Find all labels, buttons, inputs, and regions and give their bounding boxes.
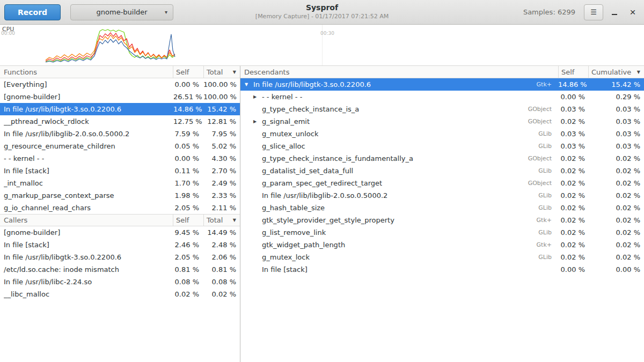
function-name: In file [stack]: [4, 167, 49, 175]
table-row[interactable]: ▶ - - kernel - - 0.00 % 0.29 %: [240, 91, 644, 103]
self-percent: 0.03 %: [558, 130, 588, 138]
table-row[interactable]: ▼ In file /usr/lib/libgtk-3.so.0.2200.6 …: [240, 78, 644, 91]
self-percent: 0.02 %: [558, 216, 588, 224]
table-row[interactable]: In file /usr/lib/libgtk-3.so.0.2200.6 14…: [0, 103, 240, 115]
total-column-header[interactable]: Total ▼: [203, 215, 240, 226]
table-row[interactable]: gtk_widget_path_length Gtk+ 0.02 % 0.02 …: [240, 239, 644, 251]
total-percent: 2.33 %: [203, 191, 240, 200]
table-row[interactable]: __pthread_rwlock_rdlock 12.75 % 12.81 %: [0, 115, 240, 128]
function-name: g_io_channel_read_chars: [4, 204, 91, 212]
functions-column-header[interactable]: Functions: [0, 68, 173, 76]
table-row[interactable]: In file /usr/lib/libgtk-3.so.0.2200.6 2.…: [0, 251, 240, 263]
library-badge: GObject: [528, 155, 558, 162]
sort-indicator-icon: ▼: [233, 70, 236, 75]
table-row[interactable]: g_hash_table_size GLib 0.02 % 0.02 %: [240, 202, 644, 214]
table-row[interactable]: g_datalist_id_set_data_full GLib 0.02 % …: [240, 165, 644, 177]
function-name: g_resource_enumerate_children: [4, 142, 115, 150]
table-row[interactable]: g_param_spec_get_redirect_target GObject…: [240, 177, 644, 189]
table-row[interactable]: g_type_check_instance_is_a GObject 0.03 …: [240, 103, 644, 115]
total-percent: 5.02 %: [203, 142, 240, 150]
self-percent: 0.02 %: [558, 117, 588, 125]
table-row[interactable]: __libc_malloc 0.02 % 0.02 %: [0, 288, 240, 300]
hamburger-icon: ☰: [590, 8, 597, 16]
table-row[interactable]: g_mutex_lock GLib 0.02 % 0.02 %: [240, 251, 644, 263]
expander-icon[interactable]: ▶: [253, 94, 262, 99]
self-percent: 0.03 %: [558, 142, 588, 150]
callers-table-body: [gnome-builder] 9.45 % 14.49 % In file […: [0, 226, 240, 300]
cumulative-column-header[interactable]: Cumulative ▼: [588, 66, 644, 78]
record-button[interactable]: Record: [4, 4, 61, 20]
minimize-button[interactable]: [608, 5, 621, 19]
process-selector-value: gnome-builder: [97, 8, 148, 16]
function-name: _int_malloc: [4, 179, 43, 187]
callers-column-header[interactable]: Callers: [0, 216, 173, 224]
process-selector-dropdown[interactable]: gnome-builder ▾: [70, 4, 173, 20]
cpu-graph[interactable]: CPU 00:00 00:30: [0, 25, 644, 66]
library-badge: GLib: [538, 204, 558, 211]
cumulative-percent: 0.02 %: [588, 253, 644, 261]
table-row[interactable]: g_type_check_instance_is_fundamentally_a…: [240, 152, 644, 165]
self-percent: 0.02 %: [558, 191, 588, 200]
samples-count: Samples: 6299: [523, 8, 575, 16]
self-column-header[interactable]: Self: [558, 66, 588, 78]
table-row[interactable]: In file /usr/lib/libglib-2.0.so.0.5000.2…: [240, 189, 644, 202]
table-row[interactable]: g_list_remove_link GLib 0.02 % 0.02 %: [240, 226, 644, 239]
table-row[interactable]: g_slice_alloc GLib 0.03 % 0.03 %: [240, 140, 644, 152]
table-row[interactable]: [gnome-builder] 26.51 % 100.00 %: [0, 91, 240, 103]
self-percent: 0.05 %: [173, 142, 203, 150]
self-percent: 0.02 %: [558, 241, 588, 249]
function-name: g_hash_table_size: [262, 204, 325, 212]
self-column-header[interactable]: Self: [173, 215, 203, 226]
self-column-header[interactable]: Self: [173, 66, 203, 78]
cumulative-percent: 0.02 %: [588, 216, 644, 224]
menu-button[interactable]: ☰: [584, 4, 603, 20]
table-row[interactable]: _int_malloc 1.70 % 2.49 %: [0, 177, 240, 189]
function-name: g_type_check_instance_is_a: [262, 105, 359, 113]
functions-table-header: Functions Self Total ▼: [0, 66, 240, 78]
table-row[interactable]: In file [stack] 2.46 % 2.48 %: [0, 239, 240, 251]
library-badge: GObject: [528, 180, 558, 187]
self-percent: 0.02 %: [558, 154, 588, 162]
function-name: - - kernel - -: [4, 154, 44, 162]
library-badge: GLib: [538, 254, 558, 261]
table-row[interactable]: In file /usr/lib/libglib-2.0.so.0.5000.2…: [0, 128, 240, 140]
descendants-column-header[interactable]: Descendants: [240, 68, 558, 76]
total-column-header[interactable]: Total ▼: [203, 66, 240, 78]
table-row[interactable]: - - kernel - - 0.00 % 4.30 %: [0, 152, 240, 165]
self-percent: 2.46 %: [173, 241, 203, 249]
table-row[interactable]: [gnome-builder] 9.45 % 14.49 %: [0, 226, 240, 239]
table-row[interactable]: [Everything] 0.00 % 100.00 %: [0, 78, 240, 91]
cumulative-percent: 15.42 %: [588, 80, 644, 88]
table-row[interactable]: g_resource_enumerate_children 0.05 % 5.0…: [0, 140, 240, 152]
main-area: Functions Self Total ▼ [Everything] 0.00…: [0, 66, 644, 362]
function-name: In file /usr/lib/libc-2.24.so: [4, 278, 92, 286]
table-row[interactable]: gtk_style_provider_get_style_property Gt…: [240, 214, 644, 226]
expander-icon[interactable]: ▼: [245, 82, 253, 87]
self-percent: 0.00 %: [173, 154, 203, 162]
function-name: [Everything]: [4, 80, 47, 88]
right-pane: Descendants Self Cumulative ▼ ▼ In file …: [240, 66, 644, 362]
function-name: g_list_remove_link: [262, 228, 326, 237]
expander-icon[interactable]: ▶: [253, 119, 262, 124]
table-row[interactable]: In file [stack] 0.11 % 2.70 %: [0, 165, 240, 177]
table-row[interactable]: g_markup_parse_context_parse 1.98 % 2.33…: [0, 189, 240, 202]
table-row[interactable]: g_io_channel_read_chars 2.05 % 2.11 %: [0, 202, 240, 214]
table-row[interactable]: g_mutex_unlock GLib 0.03 % 0.03 %: [240, 128, 644, 140]
self-percent: 12.75 %: [173, 117, 203, 125]
function-name: In file /usr/lib/libgtk-3.so.0.2200.6: [4, 253, 121, 261]
function-name: g_slice_alloc: [262, 142, 305, 150]
table-row[interactable]: /etc/ld.so.cache: inode mismatch 0.81 % …: [0, 263, 240, 276]
function-name: g_mutex_unlock: [262, 130, 318, 138]
self-percent: 0.11 %: [173, 167, 203, 175]
cumulative-percent: 0.02 %: [588, 228, 644, 237]
self-percent: 2.05 %: [173, 204, 203, 212]
total-percent: 2.06 %: [203, 253, 240, 261]
table-row[interactable]: In file /usr/lib/libc-2.24.so 0.08 % 0.0…: [0, 276, 240, 288]
self-percent: 14.86 %: [173, 105, 203, 113]
table-row[interactable]: In file [stack] 0.00 % 0.00 %: [240, 263, 644, 276]
function-name: In file /usr/lib/libgtk-3.so.0.2200.6: [4, 105, 121, 113]
table-row[interactable]: ▶ g_signal_emit GObject 0.02 % 0.03 %: [240, 115, 644, 128]
library-badge: GObject: [528, 118, 558, 125]
total-percent: 15.42 %: [203, 105, 240, 113]
close-button[interactable]: ×: [626, 5, 640, 19]
